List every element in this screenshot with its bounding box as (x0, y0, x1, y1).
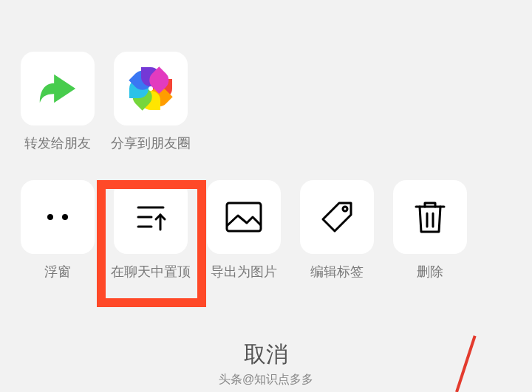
action-label: 在聊天中置顶 (111, 263, 191, 281)
float-window-tile (21, 180, 95, 254)
action-label: 转发给朋友 (24, 134, 91, 152)
trash-icon (413, 199, 447, 235)
action-float-window[interactable]: 浮窗 (21, 180, 95, 281)
edit-tag-icon (318, 199, 355, 235)
action-label: 导出为图片 (211, 263, 277, 281)
svg-point-0 (47, 214, 53, 220)
moments-tile (114, 52, 188, 125)
action-label: 编辑标签 (310, 263, 364, 281)
share-row-1: 转发给朋友 分享到朋友圈 (0, 52, 532, 152)
pin-top-icon (132, 199, 169, 235)
action-label: 删除 (417, 263, 443, 281)
export-image-tile (207, 180, 281, 254)
action-label: 分享到朋友圈 (111, 134, 191, 152)
action-edit-tag[interactable]: 编辑标签 (300, 180, 374, 281)
action-delete[interactable]: 删除 (393, 180, 467, 281)
forward-tile (21, 52, 95, 125)
svg-point-1 (62, 214, 68, 220)
svg-point-7 (343, 207, 347, 211)
pin-top-tile (114, 180, 188, 254)
action-pin-top[interactable]: 在聊天中置顶 (114, 180, 188, 281)
cancel-area: 取消 (0, 340, 532, 370)
moments-icon (129, 67, 172, 110)
share-row-2: 浮窗 在聊天中置顶 导出为图片 (0, 180, 532, 281)
action-export-image[interactable]: 导出为图片 (207, 180, 281, 281)
action-forward-to-friend[interactable]: 转发给朋友 (21, 52, 95, 152)
float-window-icon (40, 210, 75, 224)
attribution-text: 头条@知识点多多 (219, 372, 313, 388)
action-sheet: 转发给朋友 分享到朋友圈 (0, 0, 532, 392)
delete-tile (393, 180, 467, 254)
export-image-icon (225, 201, 263, 233)
cancel-button[interactable]: 取消 (244, 340, 288, 370)
action-share-moments[interactable]: 分享到朋友圈 (114, 52, 188, 152)
edit-tag-tile (300, 180, 374, 254)
action-label: 浮窗 (44, 263, 71, 281)
svg-rect-6 (227, 203, 261, 231)
forward-icon (36, 67, 79, 110)
